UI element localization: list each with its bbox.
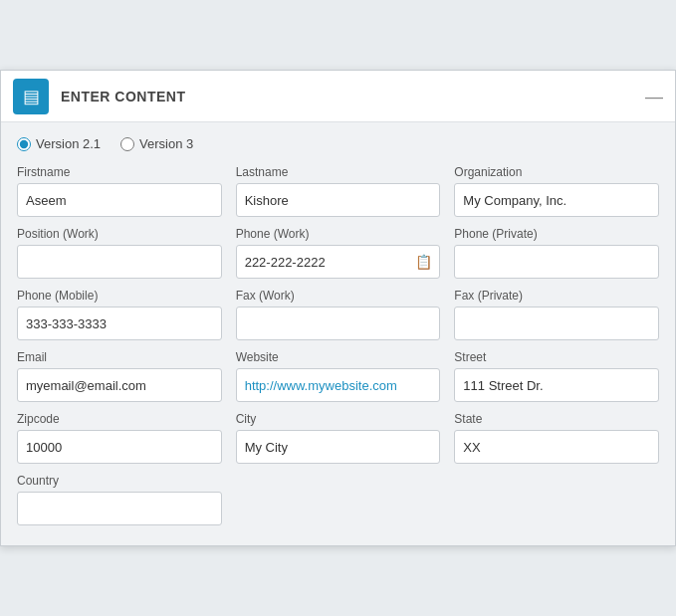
city-label: City [236, 412, 441, 426]
firstname-field: Firstname [17, 165, 222, 217]
country-input[interactable] [17, 492, 222, 525]
fax-work-label: Fax (Work) [236, 289, 441, 303]
fax-private-field: Fax (Private) [454, 289, 659, 340]
minimize-button[interactable]: — [645, 88, 663, 105]
window-title: ENTER CONTENT [61, 89, 186, 104]
form-grid: Firstname Lastname Organization Position… [17, 165, 659, 525]
lastname-label: Lastname [236, 165, 441, 179]
zipcode-field: Zipcode [17, 412, 222, 464]
organization-label: Organization [454, 165, 659, 179]
phone-mobile-label: Phone (Mobile) [17, 289, 222, 303]
form-content: Version 2.1 Version 3 Firstname Lastname… [1, 122, 675, 545]
street-field: Street [454, 350, 659, 402]
country-field: Country [17, 474, 222, 525]
firstname-label: Firstname [17, 165, 222, 179]
phone-private-field: Phone (Private) [454, 227, 659, 279]
phone-work-input[interactable] [236, 245, 441, 279]
window-icon: ▤ [13, 79, 49, 114]
fax-private-label: Fax (Private) [454, 289, 659, 303]
enter-content-window: ▤ ENTER CONTENT — Version 2.1 Version 3 … [0, 70, 676, 546]
zipcode-label: Zipcode [17, 412, 222, 426]
lastname-field: Lastname [236, 165, 441, 217]
organization-input[interactable] [454, 183, 659, 217]
title-bar-left: ▤ ENTER CONTENT [13, 79, 186, 114]
email-label: Email [17, 350, 222, 364]
organization-field: Organization [454, 165, 659, 217]
country-label: Country [17, 474, 222, 488]
fax-work-field: Fax (Work) [236, 289, 441, 340]
version-3-radio[interactable]: Version 3 [120, 136, 193, 151]
phone-private-input[interactable] [454, 245, 659, 279]
city-field: City [236, 412, 441, 464]
phone-mobile-input[interactable] [17, 307, 222, 340]
phone-work-label: Phone (Work) [236, 227, 441, 241]
phone-work-wrapper: 📋 [236, 245, 441, 279]
title-bar: ▤ ENTER CONTENT — [1, 71, 675, 122]
state-input[interactable] [454, 430, 659, 464]
state-field: State [454, 412, 659, 464]
street-label: Street [454, 350, 659, 364]
zipcode-input[interactable] [17, 430, 222, 464]
phone-private-label: Phone (Private) [454, 227, 659, 241]
website-field: Website [236, 350, 441, 402]
email-input[interactable] [17, 368, 222, 402]
fax-work-input[interactable] [236, 307, 441, 340]
website-label: Website [236, 350, 441, 364]
position-input[interactable] [17, 245, 222, 279]
fax-private-input[interactable] [454, 307, 659, 340]
lastname-input[interactable] [236, 183, 441, 217]
phone-mobile-field: Phone (Mobile) [17, 289, 222, 340]
version-21-radio[interactable]: Version 2.1 [17, 136, 101, 151]
position-label: Position (Work) [17, 227, 222, 241]
street-input[interactable] [454, 368, 659, 402]
state-label: State [454, 412, 659, 426]
position-field: Position (Work) [17, 227, 222, 279]
phone-work-field: Phone (Work) 📋 [236, 227, 441, 279]
firstname-input[interactable] [17, 183, 222, 217]
version-selector: Version 2.1 Version 3 [17, 136, 659, 151]
city-input[interactable] [236, 430, 441, 464]
email-field: Email [17, 350, 222, 402]
website-input[interactable] [236, 368, 441, 402]
